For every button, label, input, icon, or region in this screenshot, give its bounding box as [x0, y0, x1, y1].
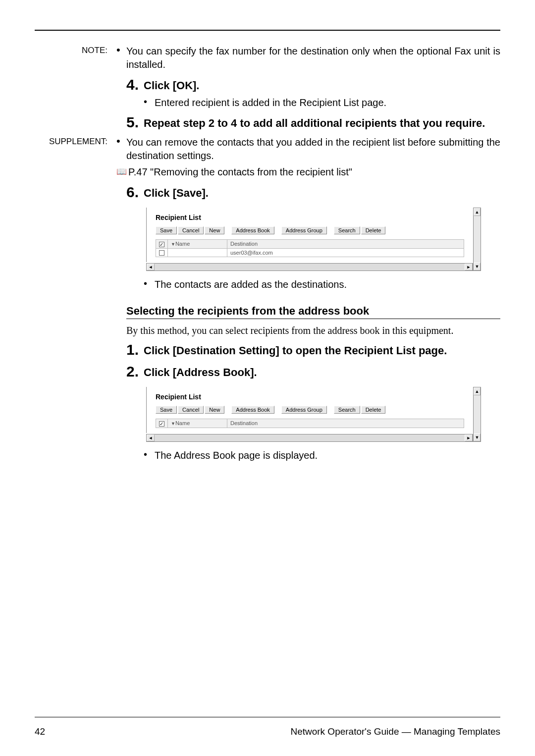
step-number: 6.: [126, 184, 144, 201]
step-text: Click [Destination Setting] to open the …: [144, 341, 500, 358]
step-4-sub: • Entered recipient is added in the Reci…: [144, 96, 500, 109]
cancel-button[interactable]: Cancel: [178, 226, 204, 234]
recipient-table: ▼Name Destination: [156, 419, 464, 428]
supplement-ref-row: 📖 P.47 "Removing the contacts from the r…: [35, 165, 500, 179]
delete-button[interactable]: Delete: [361, 406, 386, 414]
supplement-ref: P.47 "Removing the contacts from the rec…: [128, 165, 500, 179]
address-book-button[interactable]: Address Book: [231, 406, 274, 414]
cancel-button[interactable]: Cancel: [178, 406, 204, 414]
scroll-down-icon[interactable]: ▼: [474, 433, 481, 441]
heading-selecting-recipients: Selecting the recipients from the addres…: [126, 305, 500, 318]
step-2b-sub: • The Address Book page is displayed.: [144, 449, 500, 462]
scroll-down-icon[interactable]: ▼: [474, 263, 481, 270]
step-text: Click [Address Book].: [144, 363, 500, 380]
step-number: 5.: [126, 114, 144, 131]
page-number: 42: [35, 726, 45, 737]
supplement-label: SUPPLEMENT:: [35, 136, 116, 162]
sort-down-icon: ▼: [171, 242, 175, 247]
row-destination: user03@ifax.com: [227, 248, 464, 257]
col-name[interactable]: ▼Name: [168, 240, 227, 249]
page-footer: 42 Network Operator's Guide — Managing T…: [35, 717, 500, 737]
supplement-row: SUPPLEMENT: • You can remove the contact…: [35, 136, 500, 162]
vertical-scrollbar[interactable]: ▲ ▼: [473, 208, 481, 271]
scroll-left-icon[interactable]: ◄: [147, 264, 155, 270]
note-label: NOTE:: [35, 45, 116, 71]
step-text: Click [OK].: [144, 76, 500, 93]
select-all-checkbox[interactable]: [156, 419, 168, 428]
dialog-title: Recipient List: [156, 393, 464, 401]
step-6-sub: • The contacts are added as the destinat…: [144, 278, 500, 291]
step-6: 6. Click [Save].: [126, 184, 500, 201]
delete-button[interactable]: Delete: [361, 226, 386, 234]
col-destination[interactable]: Destination: [227, 240, 464, 249]
recipient-table: ▼Name Destination user03@ifax.com: [156, 239, 464, 257]
scroll-right-icon[interactable]: ►: [465, 434, 473, 441]
col-name[interactable]: ▼Name: [168, 419, 227, 428]
note-text: You can specify the fax number for the d…: [126, 45, 500, 71]
screenshot-recipient-list-2: Recipient List Save Cancel New Address B…: [146, 387, 473, 442]
step-number: 4.: [126, 76, 144, 93]
save-button[interactable]: Save: [156, 406, 177, 414]
bullet-icon: •: [144, 96, 155, 109]
step-number: 2.: [126, 363, 144, 380]
note-row: NOTE: • You can specify the fax number f…: [35, 45, 500, 71]
top-rule: [35, 30, 500, 31]
step-5: 5. Repeat step 2 to 4 to add all additio…: [126, 114, 500, 131]
step-4: 4. Click [OK].: [126, 76, 500, 93]
save-button[interactable]: Save: [156, 226, 177, 234]
scroll-left-icon[interactable]: ◄: [147, 434, 155, 441]
step-2b: 2. Click [Address Book].: [126, 363, 500, 380]
col-destination[interactable]: Destination: [227, 419, 464, 428]
step-number: 1.: [126, 341, 144, 358]
search-button[interactable]: Search: [334, 406, 360, 414]
bullet-icon: •: [144, 449, 155, 462]
footer-title: Network Operator's Guide — Managing Temp…: [290, 726, 500, 737]
button-bar: Save Cancel New Address Book Address Gro…: [156, 406, 464, 414]
dialog-title: Recipient List: [156, 214, 464, 221]
vertical-scrollbar[interactable]: ▲ ▼: [473, 387, 481, 442]
row-name: [168, 248, 227, 257]
supplement-text: You can remove the contacts that you add…: [126, 136, 500, 162]
intro-text: By this method, you can select recipient…: [126, 325, 500, 336]
new-button[interactable]: New: [205, 406, 224, 414]
step-1b: 1. Click [Destination Setting] to open t…: [126, 341, 500, 358]
scroll-up-icon[interactable]: ▲: [474, 208, 481, 216]
horizontal-scrollbar[interactable]: ◄ ►: [146, 434, 473, 442]
footer-rule: [35, 717, 500, 717]
screenshot-recipient-list-1: Recipient List Save Cancel New Address B…: [146, 208, 473, 271]
step-6-sub-text: The contacts are added as the destinatio…: [155, 278, 500, 291]
row-checkbox[interactable]: [156, 248, 168, 257]
sort-down-icon: ▼: [171, 421, 175, 426]
select-all-checkbox[interactable]: [156, 240, 168, 249]
scroll-up-icon[interactable]: ▲: [474, 387, 481, 395]
heading-rule: [126, 319, 500, 319]
search-button[interactable]: Search: [334, 226, 360, 234]
bullet-icon: •: [144, 278, 155, 291]
new-button[interactable]: New: [205, 226, 224, 234]
bullet-icon: •: [116, 45, 126, 71]
address-book-button[interactable]: Address Book: [231, 226, 274, 234]
address-group-button[interactable]: Address Group: [281, 406, 327, 414]
step-4-sub-text: Entered recipient is added in the Recipi…: [155, 96, 500, 109]
address-group-button[interactable]: Address Group: [281, 226, 327, 234]
step-text: Click [Save].: [144, 184, 500, 201]
book-icon: 📖: [116, 165, 128, 179]
step-2b-sub-text: The Address Book page is displayed.: [155, 449, 500, 462]
button-bar: Save Cancel New Address Book Address Gro…: [156, 226, 464, 234]
horizontal-scrollbar[interactable]: ◄ ►: [146, 263, 473, 271]
bullet-icon: •: [116, 136, 126, 162]
scroll-right-icon[interactable]: ►: [465, 264, 473, 270]
step-text: Repeat step 2 to 4 to add all additional…: [144, 114, 500, 131]
